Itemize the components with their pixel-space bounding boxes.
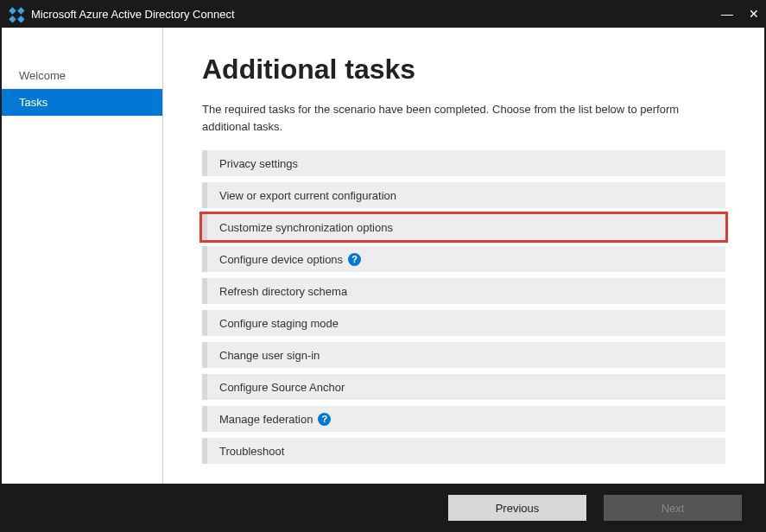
task-accent (202, 278, 207, 304)
body: WelcomeTasks Additional tasks The requir… (0, 28, 766, 484)
next-button[interactable]: Next (604, 495, 742, 521)
svg-rect-3 (9, 16, 16, 22)
window-controls: — ✕ (721, 7, 759, 21)
task-accent (202, 342, 207, 368)
task-item[interactable]: Configure staging mode (202, 310, 725, 336)
task-item[interactable]: Troubleshoot (202, 438, 725, 464)
task-item[interactable]: Customize synchronization options (202, 214, 725, 240)
help-icon[interactable]: ? (318, 413, 331, 426)
task-label: Change user sign-in (219, 349, 320, 362)
svg-rect-1 (9, 7, 16, 14)
footer: Previous Next (0, 484, 766, 532)
task-label: Configure Source Anchor (219, 381, 345, 394)
task-label: View or export current configuration (219, 189, 396, 202)
minimize-icon[interactable]: — (721, 7, 733, 21)
task-accent (202, 214, 207, 240)
task-label: Customize synchronization options (219, 221, 393, 234)
task-label: Configure device options (219, 253, 343, 266)
task-label: Configure staging mode (219, 317, 339, 330)
help-icon[interactable]: ? (348, 253, 361, 266)
task-accent (202, 182, 207, 208)
task-item[interactable]: Change user sign-in (202, 342, 725, 368)
svg-rect-2 (17, 16, 24, 22)
task-item[interactable]: Configure Source Anchor (202, 374, 725, 400)
svg-rect-0 (17, 7, 24, 14)
task-item[interactable]: Refresh directory schema (202, 278, 725, 304)
task-accent (202, 310, 207, 336)
task-accent (202, 438, 207, 464)
task-list: Privacy settingsView or export current c… (202, 150, 725, 464)
app-window: Microsoft Azure Active Directory Connect… (0, 0, 766, 532)
task-item[interactable]: Manage federation? (202, 406, 725, 432)
task-accent (202, 150, 207, 176)
previous-button[interactable]: Previous (448, 495, 586, 521)
task-item[interactable]: Privacy settings (202, 150, 725, 176)
task-label: Privacy settings (219, 157, 298, 170)
task-accent (202, 406, 207, 432)
task-item[interactable]: Configure device options? (202, 246, 725, 272)
sidebar-item-welcome[interactable]: Welcome (2, 62, 162, 89)
task-label: Manage federation (219, 413, 313, 426)
task-item[interactable]: View or export current configuration (202, 182, 725, 208)
app-title: Microsoft Azure Active Directory Connect (31, 8, 721, 21)
page-description: The required tasks for the scenario have… (202, 101, 686, 135)
azure-logo-icon (7, 5, 24, 22)
task-accent (202, 246, 207, 272)
titlebar: Microsoft Azure Active Directory Connect… (0, 0, 766, 28)
task-label: Troubleshoot (219, 445, 284, 458)
task-label: Refresh directory schema (219, 285, 347, 298)
sidebar: WelcomeTasks (2, 28, 163, 484)
close-icon[interactable]: ✕ (749, 7, 759, 21)
sidebar-item-tasks[interactable]: Tasks (2, 89, 162, 116)
main-content: Additional tasks The required tasks for … (163, 28, 764, 484)
task-accent (202, 374, 207, 400)
page-title: Additional tasks (202, 54, 725, 86)
